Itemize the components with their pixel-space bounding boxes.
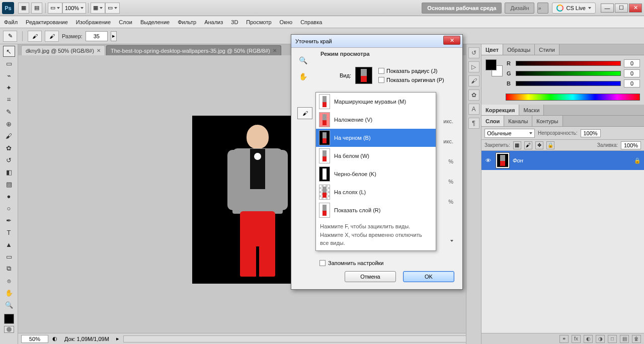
- status-chevron[interactable]: ▸: [116, 335, 119, 342]
- trash-icon[interactable]: 🗑: [632, 335, 641, 343]
- status-info-icon[interactable]: ◐: [52, 335, 57, 342]
- menu-select[interactable]: Выделение: [136, 16, 174, 28]
- adjustment-layer-icon[interactable]: ◑: [596, 335, 605, 343]
- quickselect-tool[interactable]: ✦: [3, 82, 15, 93]
- close-button[interactable]: ✕: [629, 4, 642, 13]
- blur-tool[interactable]: ●: [3, 191, 15, 202]
- dodge-tool[interactable]: ○: [3, 203, 15, 214]
- brush-tool[interactable]: 🖌: [3, 130, 15, 141]
- close-icon[interactable]: ✕: [273, 48, 277, 53]
- tab-adjustments[interactable]: Коррекция: [481, 105, 519, 115]
- view-option-reveal-layer[interactable]: Показать слой (R): [316, 201, 436, 219]
- menu-3d[interactable]: 3D: [227, 16, 242, 28]
- close-icon[interactable]: ✕: [97, 48, 101, 53]
- layer-thumbnail[interactable]: [496, 152, 510, 168]
- dialog-close-button[interactable]: ✕: [443, 36, 460, 45]
- menu-layer[interactable]: Слои: [115, 16, 136, 28]
- g-slider[interactable]: [516, 71, 621, 76]
- view-option-on-black[interactable]: На черном (B): [316, 129, 436, 147]
- tab-color[interactable]: Цвет: [481, 44, 503, 55]
- path-select-tool[interactable]: ▲: [3, 239, 15, 250]
- maximize-button[interactable]: ☐: [615, 4, 628, 13]
- doc-tab-inactive[interactable]: The-best-top-spring-desktop-wallpapers-3…: [106, 45, 281, 55]
- quick-mask-toggle[interactable]: [4, 326, 14, 333]
- color-swatches[interactable]: [486, 59, 503, 76]
- r-value[interactable]: 0: [624, 59, 640, 67]
- tab-layers[interactable]: Слои: [481, 116, 504, 126]
- menu-help[interactable]: Справка: [296, 16, 326, 28]
- fx-icon[interactable]: fx: [572, 335, 581, 343]
- healing-tool[interactable]: ⊕: [3, 118, 15, 129]
- size-spinner[interactable]: ▸: [111, 31, 117, 41]
- char-icon[interactable]: A: [468, 104, 479, 115]
- ok-button[interactable]: OK: [403, 271, 454, 282]
- menu-view[interactable]: Просмотр: [242, 16, 275, 28]
- clone-icon[interactable]: ✿: [468, 90, 479, 101]
- menu-analysis[interactable]: Анализ: [200, 16, 227, 28]
- opacity-input[interactable]: 100%: [581, 129, 601, 137]
- gradient-tool[interactable]: ▨: [3, 179, 15, 190]
- foreground-swatch[interactable]: [4, 314, 14, 324]
- view-thumb-button[interactable]: [355, 67, 372, 84]
- b-value[interactable]: 0: [624, 79, 640, 88]
- tab-masks[interactable]: Маски: [519, 105, 544, 115]
- current-tool-swatch[interactable]: ✎: [3, 31, 17, 42]
- type-tool[interactable]: T: [3, 227, 15, 238]
- view-option-overlay[interactable]: Наложение (V): [316, 111, 436, 129]
- marquee-tool[interactable]: ▭: [3, 58, 15, 69]
- b-slider[interactable]: [516, 81, 621, 86]
- eraser-tool[interactable]: ◧: [3, 166, 15, 178]
- g-value[interactable]: 0: [624, 69, 640, 77]
- workspace-design[interactable]: Дизайн: [505, 3, 534, 14]
- minimize-button[interactable]: —: [601, 4, 614, 13]
- lasso-tool[interactable]: ⌁: [3, 70, 15, 81]
- status-zoom[interactable]: 50%: [21, 335, 48, 343]
- cslive-button[interactable]: CS Live: [552, 3, 596, 14]
- actions-icon[interactable]: ▷: [468, 61, 479, 72]
- view-option-on-layers[interactable]: На слоях (L): [316, 183, 436, 201]
- size-input[interactable]: 35: [86, 31, 108, 41]
- blend-mode-select[interactable]: Обычные: [485, 129, 535, 138]
- stamp-tool[interactable]: ✿: [3, 142, 15, 153]
- history-icon[interactable]: ↺: [468, 47, 479, 58]
- show-radius-checkbox[interactable]: [378, 68, 384, 74]
- zoom-select[interactable]: 100%: [62, 3, 86, 14]
- layer-name-label[interactable]: Фон: [513, 157, 631, 163]
- crop-tool[interactable]: ⌗: [3, 94, 15, 105]
- brushes-icon[interactable]: 🖌: [468, 75, 479, 87]
- group-icon[interactable]: □: [608, 335, 617, 343]
- lock-all-icon[interactable]: 🔒: [546, 141, 554, 149]
- lock-pixels-icon[interactable]: 🖌: [524, 141, 532, 149]
- zoom-tool-icon[interactable]: 🔍: [297, 55, 308, 66]
- menu-filter[interactable]: Фильтр: [174, 16, 200, 28]
- view-option-on-white[interactable]: На белом (W): [316, 147, 436, 165]
- hand-tool[interactable]: ✋: [3, 287, 15, 298]
- hand-tool-icon[interactable]: ✋: [297, 71, 308, 82]
- shape-tool[interactable]: ▭: [3, 251, 15, 262]
- r-slider[interactable]: [516, 61, 621, 66]
- spectrum-strip[interactable]: [506, 94, 640, 101]
- lock-position-icon[interactable]: ✥: [535, 141, 543, 149]
- menu-edit[interactable]: Редактирование: [22, 16, 72, 28]
- view-extras-select[interactable]: ▭: [48, 3, 62, 14]
- remember-checkbox[interactable]: [319, 260, 326, 266]
- new-layer-icon[interactable]: ▤: [620, 335, 629, 343]
- workspace-more[interactable]: »: [537, 3, 548, 14]
- refine-brush-icon[interactable]: 🖌: [297, 107, 312, 119]
- move-tool[interactable]: ↖: [3, 46, 15, 57]
- para-icon[interactable]: ¶: [468, 118, 479, 129]
- horizontal-scrollbar[interactable]: [123, 335, 478, 342]
- minibridge-button[interactable]: ▤: [31, 3, 42, 14]
- tab-channels[interactable]: Каналы: [504, 116, 532, 126]
- brush-sub-button[interactable]: 🖌: [45, 31, 59, 42]
- zoom-tool[interactable]: 🔍: [3, 299, 15, 310]
- eyedropper-tool[interactable]: ✎: [3, 106, 15, 117]
- menu-image[interactable]: Изображение: [72, 16, 115, 28]
- 3dcam-tool[interactable]: ⌾: [3, 275, 15, 286]
- visibility-icon[interactable]: 👁: [484, 156, 493, 165]
- fill-input[interactable]: 100%: [621, 141, 641, 149]
- show-original-checkbox[interactable]: [378, 77, 384, 83]
- bridge-button[interactable]: ▦: [18, 3, 29, 14]
- dialog-titlebar[interactable]: Уточнить край ✕: [291, 35, 462, 48]
- cancel-button[interactable]: Отмена: [345, 271, 396, 282]
